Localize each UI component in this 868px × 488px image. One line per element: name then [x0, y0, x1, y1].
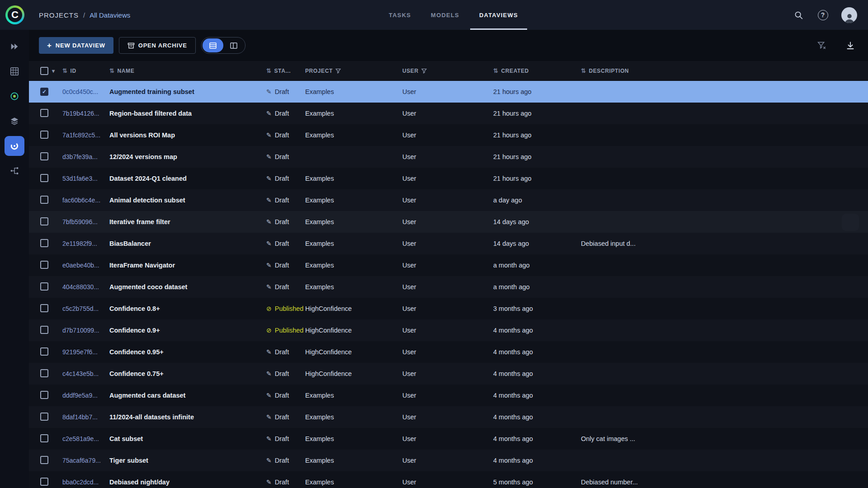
column-header-status[interactable]: ⇅ STA...: [266, 67, 305, 74]
table-row[interactable]: 7a1fc892c5... All versions ROI Map ✎ Dra…: [29, 124, 868, 146]
open-archive-button[interactable]: OPEN ARCHIVE: [119, 37, 196, 54]
row-checkbox[interactable]: [40, 152, 48, 160]
row-checkbox[interactable]: [40, 456, 48, 464]
help-icon[interactable]: ?: [817, 9, 829, 21]
row-id: 92195e7f6...: [62, 348, 109, 356]
row-checkbox[interactable]: [40, 391, 48, 399]
row-checkbox[interactable]: [40, 196, 48, 204]
table-scroll-hint[interactable]: [842, 214, 859, 231]
row-status: ✎ Draft: [266, 348, 305, 356]
table-row[interactable]: 92195e7f6... Confidence 0.95+ ✎ Draft Hi…: [29, 341, 868, 363]
sidebar-item-annotator[interactable]: [5, 86, 24, 106]
tab-models[interactable]: MODELS: [422, 0, 468, 30]
row-checkbox[interactable]: [40, 347, 48, 356]
row-checkbox[interactable]: [40, 282, 48, 291]
main-content: + NEW DATAVIEW OPEN ARCHIVE: [29, 30, 868, 488]
row-checkbox[interactable]: [40, 413, 48, 421]
table-row[interactable]: c4c143e5b... Confidence 0.75+ ✎ Draft Hi…: [29, 363, 868, 385]
left-sidebar: [0, 30, 29, 488]
row-checkbox[interactable]: [40, 88, 48, 96]
row-user: User: [402, 197, 493, 204]
table-row[interactable]: 7b19b4126... Region-based filtered data …: [29, 103, 868, 124]
row-checkbox[interactable]: [40, 261, 48, 269]
row-project: Examples: [305, 240, 402, 247]
table-row[interactable]: bba0c2dcd... Debiased night/day ✎ Draft …: [29, 471, 868, 488]
table-row[interactable]: e0aebe40b... IteraFrame Navigator ✎ Draf…: [29, 254, 868, 276]
sort-icon: ⇅: [581, 67, 586, 74]
row-name: 11/2024-all datasets infinite: [109, 413, 266, 421]
selection-dropdown-caret[interactable]: ▾: [52, 68, 55, 74]
new-dataview-button[interactable]: + NEW DATAVIEW: [39, 37, 113, 54]
clear-filters-icon[interactable]: [816, 40, 827, 52]
table-row[interactable]: 7bfb59096... Iterative frame filter ✎ Dr…: [29, 211, 868, 233]
row-checkbox[interactable]: [40, 369, 48, 377]
row-id: dddf9e5a9...: [62, 392, 109, 399]
row-created: 4 months ago: [493, 413, 581, 421]
clearml-logo[interactable]: C: [5, 5, 24, 24]
row-status-label: Draft: [275, 197, 289, 204]
row-checkbox[interactable]: [40, 239, 48, 247]
table-row[interactable]: 0c0cd450c... Augmented training subset ✎…: [29, 81, 868, 103]
row-status-label: Draft: [275, 370, 289, 377]
row-checkbox[interactable]: [40, 304, 48, 312]
sidebar-item-datasets[interactable]: [5, 61, 24, 81]
filter-icon[interactable]: [335, 68, 341, 74]
row-name: Tiger subset: [109, 457, 266, 464]
tab-dataviews[interactable]: DATAVIEWS: [470, 0, 527, 30]
column-header-id[interactable]: ⇅ ID: [62, 67, 109, 74]
column-header-name[interactable]: ⇅ NAME: [109, 67, 266, 74]
sidebar-item-projects[interactable]: [5, 37, 24, 56]
table-row[interactable]: d3b7fe39a... 12/2024 versions map ✎ Draf…: [29, 146, 868, 168]
table-row[interactable]: c5c2b755d... Confidence 0.8+ ⊘ Published…: [29, 298, 868, 319]
row-created: 21 hours ago: [493, 175, 581, 182]
table-row[interactable]: dddf9e5a9... Augmented cars dataset ✎ Dr…: [29, 385, 868, 406]
row-name: Confidence 0.9+: [109, 327, 266, 334]
row-status-label: Draft: [275, 435, 289, 442]
search-icon[interactable]: [793, 9, 804, 21]
row-checkbox[interactable]: [40, 217, 48, 225]
column-header-project[interactable]: PROJECT: [305, 68, 402, 74]
table-view-button[interactable]: [203, 38, 223, 52]
select-all-cell: ▾: [29, 67, 62, 75]
table-row[interactable]: 404c88030... Augmented coco dataset ✎ Dr…: [29, 276, 868, 298]
row-name: IteraFrame Navigator: [109, 262, 266, 269]
tab-tasks[interactable]: TASKS: [380, 0, 420, 30]
row-checkbox[interactable]: [40, 174, 48, 182]
select-all-checkbox[interactable]: [40, 67, 48, 75]
row-project: Examples: [305, 262, 402, 269]
annotator-icon: [9, 91, 19, 101]
sidebar-item-pipelines[interactable]: [5, 161, 24, 181]
column-header-description[interactable]: ⇅ DESCRIPTION: [581, 67, 868, 74]
table-body: 0c0cd450c... Augmented training subset ✎…: [29, 81, 868, 488]
draft-pencil-icon: ✎: [266, 348, 272, 356]
column-header-user[interactable]: USER: [402, 68, 493, 74]
table-row[interactable]: 75acaf6a79... Tiger subset ✎ Draft Examp…: [29, 450, 868, 471]
table-row[interactable]: 8daf14bb7... 11/2024-all datasets infini…: [29, 406, 868, 428]
table-row[interactable]: 53d1fa6e3... Dataset 2024-Q1 cleaned ✎ D…: [29, 168, 868, 189]
breadcrumb-current: All Dataviews: [90, 11, 130, 19]
row-status: ✎ Draft: [266, 240, 305, 247]
breadcrumb-projects[interactable]: PROJECTS: [39, 11, 79, 19]
row-user: User: [402, 262, 493, 269]
row-checkbox[interactable]: [40, 478, 48, 486]
row-checkbox[interactable]: [40, 131, 48, 139]
row-status-label: Published: [275, 305, 304, 312]
row-checkbox[interactable]: [40, 326, 48, 334]
table-row[interactable]: c2e581a9e... Cat subset ✎ Draft Examples…: [29, 428, 868, 450]
split-view-button[interactable]: [223, 38, 244, 52]
row-created: 4 months ago: [493, 457, 581, 464]
sidebar-item-dataviews[interactable]: [5, 136, 24, 156]
user-avatar[interactable]: [841, 7, 857, 23]
filter-icon[interactable]: [421, 68, 427, 74]
row-name: Debiased night/day: [109, 479, 266, 486]
table-row[interactable]: 2e11982f9... BiasBalancer ✎ Draft Exampl…: [29, 233, 868, 254]
row-user: User: [402, 240, 493, 247]
row-status: ✎ Draft: [266, 218, 305, 225]
table-row[interactable]: d7b710099... Confidence 0.9+ ⊘ Published…: [29, 319, 868, 341]
table-row[interactable]: fac60b6c4e... Animal detection subset ✎ …: [29, 189, 868, 211]
row-checkbox[interactable]: [40, 109, 48, 117]
row-checkbox[interactable]: [40, 434, 48, 442]
column-header-created[interactable]: ⇅ CREATED: [493, 67, 581, 74]
download-icon[interactable]: [844, 40, 856, 52]
sidebar-item-experiments[interactable]: [5, 111, 24, 131]
